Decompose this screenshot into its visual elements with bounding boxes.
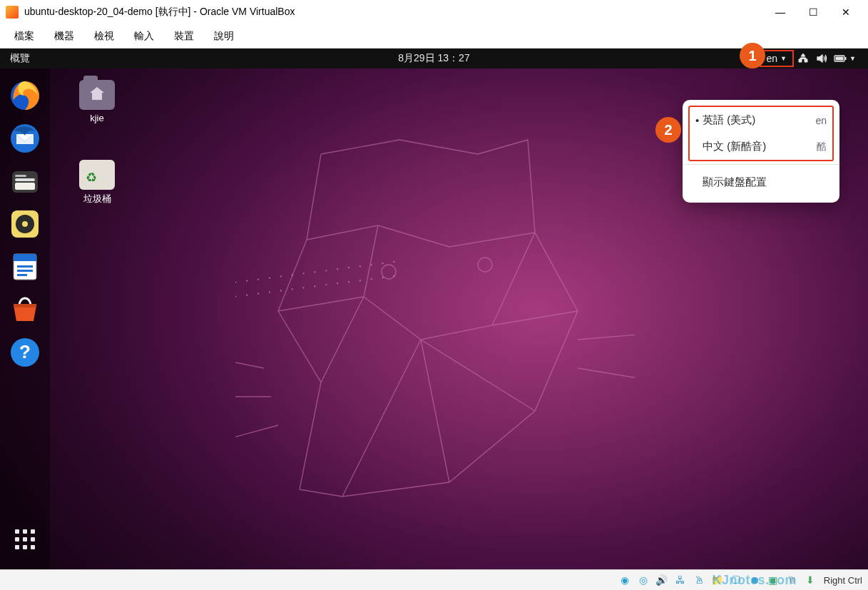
guest-display: 概覽 8月29日 13：27 en ▼ ▼ 1 [0,49,868,569]
svg-rect-21 [14,304,36,307]
sb-shared-folder-icon[interactable]: 📁 [710,572,725,588]
panel-datetime[interactable]: 8月29日 13：27 [398,52,469,65]
show-apps-icon [15,529,35,549]
sb-hostkey-arrow-icon: ⬇ [802,572,818,588]
thunderbird-icon[interactable] [8,121,42,156]
libreoffice-writer-icon[interactable] [8,250,42,284]
sb-audio-icon[interactable]: 🔊 [654,572,670,588]
host-title: ubuntu-desktop-20_04-demo [執行中] - Oracle… [24,6,764,19]
svg-point-4 [478,258,492,272]
hostkey-label: Right Ctrl [824,575,862,586]
menu-devices[interactable]: 裝置 [164,27,204,46]
annotation-marker-1: 1 [740,43,765,68]
input-source-label: 英語 (美式) [703,113,815,127]
svg-rect-18 [17,265,33,268]
desktop-wallpaper: ? kjie ♻ 垃圾桶 • 英語 (美式) [0,68,868,569]
input-source-label: 中文 (新酷音) [703,140,817,153]
battery-icon[interactable] [831,49,849,68]
wallpaper-cat-art [235,111,635,518]
close-button[interactable]: ✕ [829,1,862,24]
svg-line-5 [235,261,399,290]
sb-optical-icon[interactable]: ◎ [635,572,651,588]
selected-bullet-icon: • [695,114,703,126]
show-keyboard-layout-item[interactable]: 顯示鍵盤配置 [683,169,839,195]
files-icon[interactable] [8,164,42,198]
sb-network-icon[interactable]: 🖧 [673,572,688,588]
menu-separator [683,164,839,165]
sb-recording-icon[interactable]: ⏺ [747,572,762,588]
virtualbox-logo-icon [6,6,19,19]
input-source-code: en [767,53,778,64]
trash-icon: ♻ [79,160,115,190]
menu-help[interactable]: 說明 [204,27,244,46]
ubuntu-software-icon[interactable] [8,293,42,327]
firefox-icon[interactable] [8,78,42,113]
maximize-button[interactable]: ☐ [797,1,829,24]
gnome-top-panel: 概覽 8月29日 13：27 en ▼ ▼ [0,49,868,68]
desktop-trash[interactable]: ♻ 垃圾桶 [71,160,123,205]
folder-icon [79,80,115,110]
system-menu-chevron-icon[interactable]: ▼ [849,55,861,62]
rhythmbox-icon[interactable] [8,207,42,241]
svg-point-3 [382,265,396,279]
input-source-item-english[interactable]: • 英語 (美式) en [683,107,839,133]
annotation-marker-2: 2 [655,117,681,143]
chevron-down-icon: ▼ [780,55,787,62]
minimize-button[interactable]: — [764,1,797,24]
svg-rect-2 [845,57,847,60]
input-source-menu: • 英語 (美式) en 中文 (新酷音) 酷 顯示鍵盤配置 [683,100,839,203]
virtualbox-statusbar: ◉ ◎ 🔊 🖧 🖯 📁 🖵 ⏺ ▣ 🖰 ⬇ Right Ctrl [0,569,868,590]
input-source-code: en [815,115,827,126]
menu-machine[interactable]: 機器 [44,27,84,46]
svg-rect-20 [17,274,27,276]
input-source-code: 酷 [817,141,827,153]
sb-cpu-icon[interactable]: ▣ [765,572,781,588]
activities-button[interactable]: 概覽 [0,52,40,65]
menu-view[interactable]: 檢視 [84,27,124,46]
sb-display-icon[interactable]: 🖵 [728,572,744,588]
sound-icon[interactable] [812,49,831,68]
svg-rect-12 [15,183,35,190]
menu-file[interactable]: 檔案 [4,27,44,46]
show-applications-button[interactable] [8,522,42,556]
svg-rect-11 [15,175,26,177]
network-icon[interactable] [794,49,812,68]
desktop-icon-label: kjie [71,113,123,123]
svg-rect-1 [836,57,844,61]
desktop-icon-label: 垃圾桶 [71,193,123,205]
host-menubar: 檔案 機器 檢視 輸入 裝置 說明 [0,24,868,49]
menu-input[interactable]: 輸入 [124,27,164,46]
svg-rect-19 [17,270,33,272]
input-source-item-chinese[interactable]: 中文 (新酷音) 酷 [683,133,839,160]
svg-rect-17 [14,254,36,261]
svg-rect-10 [15,178,35,181]
help-icon[interactable]: ? [8,335,42,370]
svg-point-15 [22,221,28,227]
host-titlebar: ubuntu-desktop-20_04-demo [執行中] - Oracle… [0,0,868,24]
sb-hdd-icon[interactable]: ◉ [617,572,633,588]
sb-usb-icon[interactable]: 🖯 [691,572,707,588]
desktop-home-folder[interactable]: kjie [71,80,123,123]
svg-text:?: ? [19,341,31,362]
ubuntu-dock: ? [0,68,50,569]
svg-line-6 [235,275,399,304]
menu-item-label: 顯示鍵盤配置 [703,176,827,189]
sb-mouse-icon[interactable]: 🖰 [784,572,800,588]
